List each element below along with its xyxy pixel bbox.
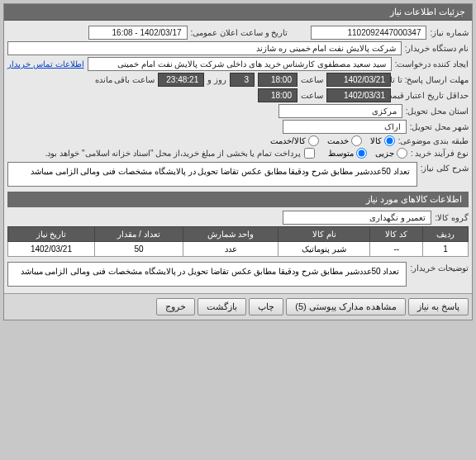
- category-label: طبقه بندی موضوعی:: [398, 136, 469, 145]
- announce-value: 1402/03/17 - 16:08: [88, 26, 188, 40]
- col-date: تاریخ نیاز: [8, 227, 95, 242]
- goods-group-label: گروه کالا:: [435, 213, 469, 222]
- col-code: کد کالا: [370, 227, 423, 242]
- col-unit: واحد شمارش: [183, 227, 278, 242]
- goods-group-value: تعمیر و نگهداری: [283, 211, 431, 225]
- delivery-city-label: شهر محل تحویل:: [410, 122, 469, 131]
- cell-name: شیر پنوماتیک: [278, 242, 370, 257]
- table-row[interactable]: 1 -- شیر پنوماتیک عدد 50 1402/03/21: [8, 242, 469, 257]
- button-bar: پاسخ به نیاز مشاهده مدارک پیوستی (5) چاپ…: [4, 293, 472, 320]
- price-valid-date: 1402/03/31: [326, 88, 391, 102]
- radio-goods-service[interactable]: کالا/خدمت: [270, 135, 319, 146]
- deadline-time: 18:00: [258, 73, 298, 87]
- delivery-city-value: اراک: [283, 120, 407, 134]
- radio-small[interactable]: جزیی: [375, 148, 407, 159]
- category-radio-group: کالا خدمت کالا/خدمت: [270, 135, 395, 146]
- req-no-value: 1102092447000347: [311, 26, 426, 40]
- desc-value: تعداد 50عددشیر مطابق شرح ودقیقا مطابق عک…: [7, 162, 417, 187]
- announce-label: تاریخ و ساعت اعلان عمومی:: [191, 28, 288, 37]
- cell-unit: عدد: [183, 242, 278, 257]
- treasury-note: پرداخت تمام یا بخشی از مبلغ خرید،از محل …: [45, 149, 301, 158]
- goods-section-title: اطلاعات کالاهای مورد نیاز: [7, 192, 469, 207]
- detail-panel: جزئیات اطلاعات نیاز شماره نیاز: 11020924…: [3, 3, 473, 320]
- proc-radio-group: جزیی متوسط: [328, 148, 407, 159]
- cell-date: 1402/03/21: [8, 242, 95, 257]
- print-button[interactable]: چاپ: [249, 298, 283, 315]
- back-button[interactable]: بازگشت: [198, 298, 246, 315]
- day-label: روز و: [207, 75, 226, 84]
- items-table: ردیف کد کالا نام کالا واحد شمارش تعداد /…: [7, 226, 469, 257]
- buyer-org-value: شرکت پالایش نفت امام خمینی ره شازند: [7, 41, 402, 55]
- creator-value: سید سعید مصطفوی کارشناس خرید های داخلی ش…: [88, 57, 392, 71]
- proc-type-label: نوع فرآیند خرید :: [411, 149, 469, 158]
- cell-row: 1: [422, 242, 468, 257]
- col-qty: تعداد / مقدار: [94, 227, 183, 242]
- cell-code: --: [370, 242, 423, 257]
- buyer-org-label: نام دستگاه خریدار:: [405, 44, 469, 53]
- radio-service[interactable]: خدمت: [327, 135, 362, 146]
- exit-button[interactable]: خروج: [156, 298, 195, 315]
- radio-medium[interactable]: متوسط: [328, 148, 367, 159]
- col-name: نام کالا: [278, 227, 370, 242]
- day-count: 3: [230, 73, 255, 87]
- delivery-prov-label: استان محل تحویل:: [406, 107, 469, 116]
- deadline-label: مهلت ارسال پاسخ: تا تاریخ:: [394, 75, 469, 84]
- radio-goods[interactable]: کالا: [370, 135, 395, 146]
- radio-small-input[interactable]: [397, 148, 407, 159]
- respond-button[interactable]: پاسخ به نیاز: [408, 298, 469, 315]
- req-no-label: شماره نیاز:: [430, 28, 469, 37]
- remain-text: ساعت باقی مانده: [95, 75, 155, 84]
- panel-title: جزئیات اطلاعات نیاز: [4, 4, 472, 21]
- contact-buyer-link[interactable]: اطلاعات تماس خریدار: [7, 59, 84, 69]
- desc-label: شرح کلی نیاز:: [421, 160, 469, 173]
- radio-medium-input[interactable]: [356, 148, 367, 159]
- items-table-header-row: ردیف کد کالا نام کالا واحد شمارش تعداد /…: [8, 227, 469, 242]
- creator-label: ایجاد کننده درخواست:: [395, 59, 469, 69]
- cell-qty: 50: [94, 242, 183, 257]
- deadline-time-label: ساعت: [301, 75, 323, 84]
- remain-time: 23:48:21: [158, 73, 204, 87]
- radio-goods-input[interactable]: [384, 135, 395, 146]
- delivery-prov-value: مرکزی: [278, 104, 402, 118]
- attachments-button[interactable]: مشاهده مدارک پیوستی (5): [286, 298, 406, 315]
- radio-goods-service-input[interactable]: [308, 135, 319, 146]
- buyer-desc-label: توضیحات خریدار:: [410, 260, 469, 273]
- price-valid-label: حداقل تاریخ اعتبار قیمت: تا تاریخ:: [394, 91, 469, 100]
- price-valid-time-label: ساعت: [301, 91, 323, 100]
- buyer-desc-value: تعداد 50عددشیر مطابق شرح ودقیقا مطابق عک…: [7, 262, 407, 287]
- radio-service-input[interactable]: [351, 135, 362, 146]
- treasury-checkbox[interactable]: [304, 148, 315, 159]
- col-row: ردیف: [422, 227, 468, 242]
- deadline-date: 1402/03/21: [326, 73, 391, 87]
- panel-body: شماره نیاز: 1102092447000347 تاریخ و ساع…: [4, 21, 472, 293]
- price-valid-time: 18:00: [258, 88, 298, 102]
